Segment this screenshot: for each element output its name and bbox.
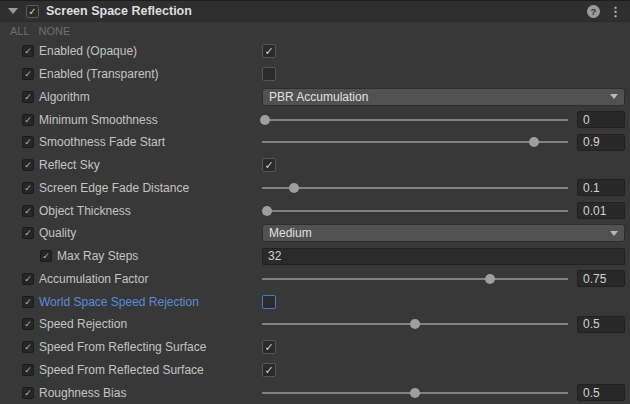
property-row-roughness-bias: ✓Roughness Bias0.5 [0, 381, 630, 404]
property-row-speed-rejection: ✓Speed Rejection0.5 [0, 313, 630, 336]
slider-roughness-bias[interactable] [262, 392, 568, 394]
slider-accumulation-factor[interactable] [262, 278, 568, 280]
value-field-roughness-bias[interactable]: 0.5 [577, 384, 625, 401]
property-label-accumulation-factor: Accumulation Factor [39, 272, 148, 286]
property-control-smoothness-fade-start: 0.9 [262, 131, 625, 154]
property-control-max-ray-steps: 32 [262, 245, 625, 268]
property-label-enabled-opaque: Enabled (Opaque) [39, 44, 137, 58]
slider-knob-minimum-smoothness[interactable] [260, 115, 270, 125]
property-label-max-ray-steps: Max Ray Steps [57, 249, 138, 263]
property-label-speed-rejection: Speed Rejection [39, 317, 127, 331]
dropdown-value-quality: Medium [269, 226, 312, 240]
property-label-speed-from-reflected-surface: Speed From Reflected Surface [39, 363, 204, 377]
property-row-smoothness-fade-start: ✓Smoothness Fade Start0.9 [0, 131, 630, 154]
kebab-menu-icon[interactable]: ⋮ [609, 4, 622, 19]
dropdown-quality[interactable]: Medium [262, 224, 625, 242]
slider-knob-speed-rejection[interactable] [410, 319, 420, 329]
override-checkbox-speed-from-reflecting-surface[interactable]: ✓ [22, 341, 34, 353]
override-checkbox-enabled-opaque[interactable]: ✓ [22, 45, 34, 57]
slider-screen-edge-fade-distance[interactable] [262, 187, 568, 189]
override-checkbox-max-ray-steps[interactable]: ✓ [40, 250, 52, 262]
override-toolbar: ALL NONE [0, 22, 630, 40]
property-row-quality: ✓QualityMedium [0, 222, 630, 245]
value-checkbox-enabled-transparent[interactable] [262, 67, 276, 81]
header-actions: ? ⋮ [587, 4, 630, 19]
override-checkbox-object-thickness[interactable]: ✓ [22, 205, 34, 217]
value-checkbox-enabled-opaque[interactable]: ✓ [262, 44, 276, 58]
property-control-object-thickness: 0.01 [262, 199, 625, 222]
override-checkbox-reflect-sky[interactable]: ✓ [22, 159, 34, 171]
property-row-minimum-smoothness: ✓Minimum Smoothness0 [0, 108, 630, 131]
slider-minimum-smoothness[interactable] [262, 119, 568, 121]
dropdown-algorithm[interactable]: PBR Accumulation [262, 88, 625, 106]
override-checkbox-screen-edge-fade-distance[interactable]: ✓ [22, 182, 34, 194]
slider-knob-object-thickness[interactable] [262, 206, 272, 216]
help-icon[interactable]: ? [587, 5, 600, 18]
value-field-minimum-smoothness[interactable]: 0 [577, 111, 625, 128]
property-row-accumulation-factor: ✓Accumulation Factor0.75 [0, 268, 630, 291]
slider-knob-smoothness-fade-start[interactable] [529, 137, 539, 147]
property-control-screen-edge-fade-distance: 0.1 [262, 177, 625, 200]
override-checkbox-minimum-smoothness[interactable]: ✓ [22, 114, 34, 126]
property-control-enabled-transparent [262, 63, 625, 86]
none-button[interactable]: NONE [39, 25, 71, 37]
value-checkbox-speed-from-reflected-surface[interactable]: ✓ [262, 363, 276, 377]
property-row-algorithm: ✓AlgorithmPBR Accumulation [0, 86, 630, 109]
override-checkbox-quality[interactable]: ✓ [22, 227, 34, 239]
property-row-screen-edge-fade-distance: ✓Screen Edge Fade Distance0.1 [0, 177, 630, 200]
value-field-object-thickness[interactable]: 0.01 [577, 202, 625, 219]
override-checkbox-roughness-bias[interactable]: ✓ [22, 387, 34, 399]
value-field-accumulation-factor[interactable]: 0.75 [577, 270, 625, 287]
property-label-enabled-transparent: Enabled (Transparent) [39, 67, 159, 81]
chevron-down-icon [610, 94, 618, 99]
property-row-enabled-transparent: ✓Enabled (Transparent) [0, 63, 630, 86]
properties-list: ✓Enabled (Opaque)✓✓Enabled (Transparent)… [0, 40, 630, 404]
override-checkbox-speed-rejection[interactable]: ✓ [22, 318, 34, 330]
text-field-max-ray-steps[interactable]: 32 [262, 248, 625, 265]
foldout-arrow-icon[interactable] [8, 8, 18, 14]
component-enabled-checkbox[interactable]: ✓ [26, 5, 39, 18]
property-row-speed-from-reflected-surface: ✓Speed From Reflected Surface✓ [0, 359, 630, 382]
property-label-object-thickness: Object Thickness [39, 204, 131, 218]
override-checkbox-enabled-transparent[interactable]: ✓ [22, 68, 34, 80]
value-checkbox-reflect-sky[interactable]: ✓ [262, 158, 276, 172]
property-control-speed-from-reflected-surface: ✓ [262, 359, 625, 382]
property-label-smoothness-fade-start: Smoothness Fade Start [39, 135, 165, 149]
property-control-roughness-bias: 0.5 [262, 381, 625, 404]
property-row-reflect-sky: ✓Reflect Sky✓ [0, 154, 630, 177]
slider-smoothness-fade-start[interactable] [262, 141, 568, 143]
property-label-minimum-smoothness: Minimum Smoothness [39, 113, 158, 127]
slider-object-thickness[interactable] [262, 210, 568, 212]
slider-knob-roughness-bias[interactable] [410, 388, 420, 398]
slider-knob-screen-edge-fade-distance[interactable] [289, 183, 299, 193]
value-field-screen-edge-fade-distance[interactable]: 0.1 [577, 179, 625, 196]
slider-knob-accumulation-factor[interactable] [485, 274, 495, 284]
property-row-enabled-opaque: ✓Enabled (Opaque)✓ [0, 40, 630, 63]
value-field-smoothness-fade-start[interactable]: 0.9 [577, 134, 625, 151]
override-checkbox-world-space-speed-rejection[interactable]: ✓ [22, 296, 34, 308]
property-label-algorithm: Algorithm [39, 90, 90, 104]
property-control-world-space-speed-rejection [262, 290, 625, 313]
value-checkbox-speed-from-reflecting-surface[interactable]: ✓ [262, 340, 276, 354]
property-control-accumulation-factor: 0.75 [262, 268, 625, 291]
override-checkbox-smoothness-fade-start[interactable]: ✓ [22, 136, 34, 148]
property-label-world-space-speed-rejection: World Space Speed Rejection [39, 295, 199, 309]
override-checkbox-accumulation-factor[interactable]: ✓ [22, 273, 34, 285]
property-control-quality: Medium [262, 222, 625, 245]
all-button[interactable]: ALL [10, 25, 30, 37]
slider-speed-rejection[interactable] [262, 323, 568, 325]
component-title: Screen Space Reflection [46, 4, 192, 18]
value-checkbox-world-space-speed-rejection[interactable] [262, 295, 276, 309]
property-label-roughness-bias: Roughness Bias [39, 386, 126, 400]
property-row-speed-from-reflecting-surface: ✓Speed From Reflecting Surface✓ [0, 336, 630, 359]
property-control-minimum-smoothness: 0 [262, 108, 625, 131]
override-checkbox-algorithm[interactable]: ✓ [22, 91, 34, 103]
property-label-screen-edge-fade-distance: Screen Edge Fade Distance [39, 181, 189, 195]
property-control-algorithm: PBR Accumulation [262, 86, 625, 109]
component-header[interactable]: ✓ Screen Space Reflection ? ⋮ [0, 0, 630, 22]
chevron-down-icon [610, 231, 618, 236]
property-control-reflect-sky: ✓ [262, 154, 625, 177]
value-field-speed-rejection[interactable]: 0.5 [577, 316, 625, 333]
override-checkbox-speed-from-reflected-surface[interactable]: ✓ [22, 364, 34, 376]
dropdown-value-algorithm: PBR Accumulation [269, 90, 368, 104]
